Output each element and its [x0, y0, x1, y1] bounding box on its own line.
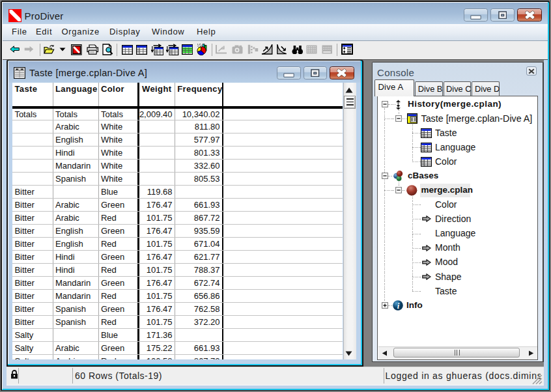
svg-text:i: i: [397, 301, 399, 310]
